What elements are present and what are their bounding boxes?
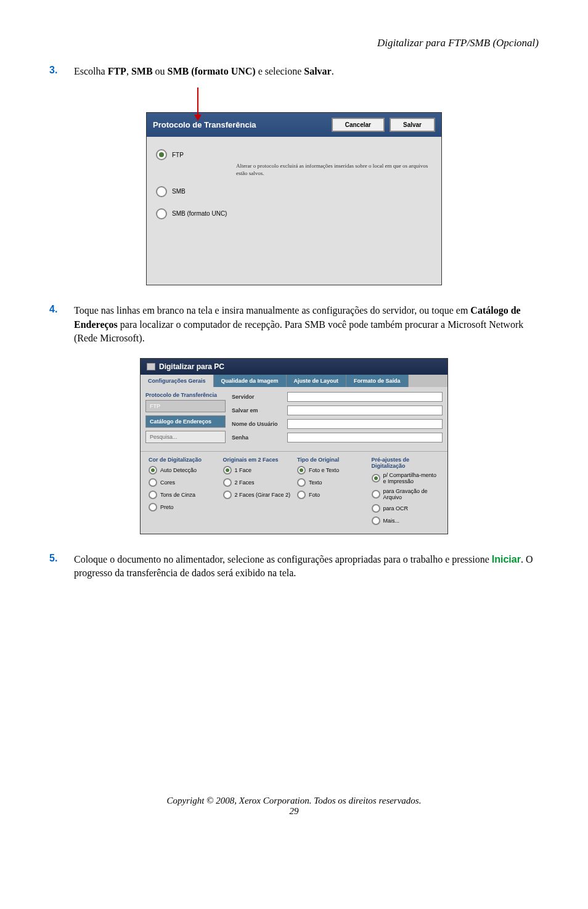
radio-smb[interactable]: SMB [156, 186, 432, 197]
server-input[interactable] [287, 392, 443, 402]
start-label: Iniciar [492, 554, 521, 565]
dialog-buttons: Cancelar Salvar [332, 118, 435, 132]
radio-ftp[interactable]: FTP [156, 149, 432, 160]
arrow-line [197, 88, 198, 118]
t: Toque nas linhas em branco na tela e ins… [74, 305, 470, 316]
protocol-description: Alterar o protocolo excluirá as informaç… [236, 163, 432, 177]
tab-general[interactable]: Configurações Gerais [141, 375, 214, 387]
field-server: Servidor [232, 392, 443, 402]
label: Tons de Cinza [160, 492, 195, 498]
label: Mais... [383, 518, 400, 524]
opt-ocr[interactable]: para OCR [372, 504, 440, 513]
dialog-body: FTP Alterar o protocolo excluirá as info… [147, 137, 441, 285]
cancel-button[interactable]: Cancelar [332, 118, 385, 132]
t: SMB [131, 66, 153, 76]
radio-icon [297, 491, 306, 499]
tab-quality[interactable]: Qualidade da Imagem [214, 375, 287, 387]
step-number: 3. [49, 65, 74, 78]
radio-icon [149, 466, 157, 475]
field-username: Nome do Usuário [232, 419, 443, 429]
radio-icon [372, 490, 380, 499]
opt-2faces[interactable]: 2 Faces [223, 478, 292, 487]
radio-icon [297, 478, 306, 487]
col-title: Tipo de Original [297, 457, 365, 463]
radio-icon [156, 186, 167, 197]
step-3: 3. Escolha FTP, SMB ou SMB (formato UNC)… [49, 65, 539, 78]
radio-icon [156, 208, 167, 219]
opt-texto[interactable]: Texto [297, 478, 365, 487]
copyright-footer: Copyright © 2008, Xerox Corporation. Tod… [49, 796, 539, 806]
opt-record[interactable]: para Gravação de Arquivo [372, 488, 440, 500]
dialog-title: Digitalizar para PC [159, 362, 224, 371]
protocol-dialog: Protocolo de Transferência Cancelar Salv… [146, 112, 442, 285]
opt-cinza[interactable]: Tons de Cinza [149, 491, 217, 499]
left-panel: Protocolo de Transferência FTP Catálogo … [145, 392, 226, 446]
opt-share[interactable]: p/ Compartilha-mento e Impressão [372, 472, 440, 484]
options-row: Cor de Digitalização Auto Detecção Cores… [141, 451, 447, 534]
opt-auto[interactable]: Auto Detecção [149, 466, 217, 475]
section-header: Digitalizar para FTP/SMB (Opcional) [49, 37, 539, 49]
search-button[interactable]: Pesquisa... [145, 431, 226, 443]
step-5: 5. Coloque o documento no alimentador, s… [49, 553, 539, 581]
tabs: Configurações Gerais Qualidade da Imagem… [141, 375, 447, 387]
dialog-titlebar: Digitalizar para PC [141, 359, 447, 375]
opt-2faces-rot[interactable]: 2 Faces (Girar Face 2) [223, 491, 292, 499]
opt-foto-texto[interactable]: Foto e Texto [297, 466, 365, 475]
radio-smb-unc[interactable]: SMB (formato UNC) [156, 208, 432, 219]
t: SMB (formato UNC) [168, 66, 256, 76]
save-in-input[interactable] [287, 406, 443, 415]
label: Foto e Texto [309, 467, 339, 473]
label: Auto Detecção [160, 467, 197, 473]
label: Cores [160, 479, 175, 486]
opt-cores[interactable]: Cores [149, 478, 217, 487]
t: Coloque o documento no alimentador, sele… [74, 554, 492, 565]
label: Nome do Usuário [232, 421, 287, 427]
page-number: 29 [49, 806, 539, 817]
radio-icon [223, 491, 232, 499]
radio-icon [297, 466, 306, 475]
label: 1 Face [235, 467, 252, 473]
t: Escolha [74, 66, 108, 76]
radio-icon [156, 149, 167, 160]
save-button[interactable]: Salvar [390, 118, 435, 132]
label: Preto [160, 504, 174, 510]
password-input[interactable] [287, 433, 443, 442]
radio-label: SMB (formato UNC) [172, 210, 227, 217]
dialog-body: Protocolo de Transferência FTP Catálogo … [141, 387, 447, 451]
dialog-titlebar: Protocolo de Transferência Cancelar Salv… [147, 113, 441, 137]
arrow-head-icon [194, 115, 202, 121]
opt-preto[interactable]: Preto [149, 503, 217, 512]
t: Salvar [304, 66, 331, 76]
opt-more[interactable]: Mais... [372, 516, 440, 525]
address-book-button[interactable]: Catálogo de Endereços [145, 415, 226, 428]
field-password: Senha [232, 433, 443, 442]
radio-icon [149, 503, 157, 512]
col-presets: Pré-ajustes de Digitalização p/ Comparti… [369, 457, 443, 529]
t: . [332, 66, 334, 76]
radio-icon [149, 478, 157, 487]
field-save-in: Salvar em [232, 406, 443, 415]
label: p/ Compartilha-mento e Impressão [383, 472, 440, 484]
opt-foto[interactable]: Foto [297, 491, 365, 499]
opt-1face[interactable]: 1 Face [223, 466, 292, 475]
tab-output[interactable]: Formato de Saída [346, 375, 409, 387]
t: para localizar o computador de recepção.… [74, 319, 523, 343]
username-input[interactable] [287, 419, 443, 429]
t: FTP [108, 66, 126, 76]
step-4: 4. Toque nas linhas em branco na tela e … [49, 304, 539, 345]
label: 2 Faces [235, 479, 255, 486]
radio-icon [372, 516, 380, 525]
tab-layout[interactable]: Ajuste de Layout [287, 375, 347, 387]
label: Texto [309, 479, 322, 486]
protocol-label: Protocolo de Transferência [145, 392, 226, 398]
dialog-title: Protocolo de Transferência [153, 120, 256, 129]
col-title: Pré-ajustes de Digitalização [372, 457, 440, 469]
label: para OCR [383, 505, 409, 512]
label: Foto [309, 492, 320, 498]
ftp-box[interactable]: FTP [145, 400, 226, 412]
radio-label: SMB [172, 188, 186, 195]
scan-to-pc-dialog: Digitalizar para PC Configurações Gerais… [140, 358, 448, 534]
col-color: Cor de Digitalização Auto Detecção Cores… [145, 457, 220, 529]
step-text: Escolha FTP, SMB ou SMB (formato UNC) e … [74, 65, 334, 78]
radio-icon [372, 474, 380, 483]
